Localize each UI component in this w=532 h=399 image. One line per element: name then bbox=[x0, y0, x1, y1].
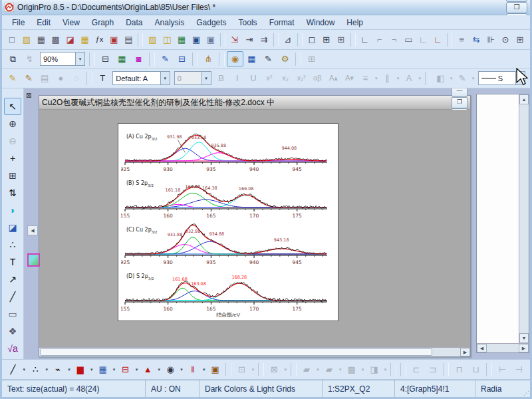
pointer-tool-icon[interactable]: ↖ bbox=[4, 98, 21, 115]
side-hscrollbar[interactable]: ◀ ▶ bbox=[477, 343, 529, 352]
line-tool-icon[interactable]: ╱ bbox=[4, 288, 21, 305]
scatter-plot-dropdown-icon[interactable]: ▾ bbox=[44, 367, 50, 372]
draw-data-icon[interactable]: ∴ bbox=[4, 236, 21, 253]
equation-tool-icon[interactable]: √a bbox=[4, 340, 21, 357]
fill-color-button-dropdown-icon[interactable]: ▾ bbox=[448, 76, 454, 81]
restore-button[interactable]: ❐ bbox=[506, 2, 527, 13]
data-reader-icon[interactable]: + bbox=[4, 150, 21, 167]
layer-lines-icon[interactable]: ≡ bbox=[454, 32, 469, 47]
recalculate-clock-icon[interactable]: ⊙ bbox=[498, 32, 513, 47]
rectangle-tool-icon[interactable]: ▭ bbox=[4, 305, 21, 323]
edit-notes-icon[interactable]: ✎ bbox=[260, 51, 277, 66]
menu-analysis[interactable]: Analysis bbox=[149, 17, 191, 29]
pan-tool-icon[interactable]: ❖ bbox=[4, 323, 21, 340]
docked-close-icon[interactable]: ⊠ bbox=[26, 92, 31, 99]
axes-box-icon[interactable]: ▭ bbox=[401, 32, 416, 47]
area-plot-icon[interactable]: ▲ bbox=[140, 362, 156, 377]
new-table-icon[interactable]: ▦ bbox=[78, 32, 92, 47]
scroll-left-icon[interactable]: ◀ bbox=[27, 225, 38, 235]
plot-3d-scatter-dropdown-icon[interactable]: ▾ bbox=[250, 367, 256, 372]
new-matrix-icon[interactable]: ▩ bbox=[49, 32, 63, 47]
rescale-bc-icon[interactable]: ⇆ bbox=[469, 32, 483, 47]
menu-format[interactable]: Format bbox=[263, 17, 301, 29]
line-color-button-dropdown-icon[interactable]: ▾ bbox=[470, 76, 476, 81]
matrix-plot-dropdown-icon[interactable]: ▾ bbox=[360, 367, 366, 372]
scroll-right-icon[interactable]: ▶ bbox=[460, 348, 470, 356]
box-plot-dropdown-icon[interactable]: ▾ bbox=[134, 367, 140, 372]
new-notes-icon[interactable]: ▤ bbox=[121, 32, 136, 47]
mask-tool-icon[interactable]: ◪ bbox=[4, 219, 21, 236]
plot-3d-surface-dropdown-icon[interactable]: ▾ bbox=[315, 367, 321, 372]
resize-grip[interactable]: ⋰ bbox=[519, 380, 530, 397]
edit-object-icon[interactable]: ✎ bbox=[21, 70, 37, 86]
polar-plot-icon[interactable]: ◉ bbox=[162, 362, 179, 377]
layout-four-panel-icon[interactable]: ⊞ bbox=[319, 32, 334, 47]
layout-nine-panel-icon[interactable]: ⊞ bbox=[334, 32, 348, 47]
menu-tools[interactable]: Tools bbox=[233, 17, 263, 29]
line-symbol-plot-dropdown-icon[interactable]: ▾ bbox=[66, 367, 72, 372]
scatter-plot-icon[interactable]: ∴ bbox=[27, 362, 44, 377]
scroll-down-icon[interactable]: ▼ bbox=[519, 333, 529, 343]
zoom-in-tool-icon[interactable]: ⊕ bbox=[4, 115, 21, 132]
stock-plot-dropdown-icon[interactable]: ▾ bbox=[201, 367, 207, 372]
import-ascii-icon[interactable]: ⇥ bbox=[242, 32, 257, 47]
arrow-tool-icon[interactable]: ↗ bbox=[4, 271, 21, 288]
new-layout-icon[interactable]: ▣ bbox=[106, 32, 121, 47]
stock-plot-icon[interactable]: ‖ bbox=[185, 362, 201, 377]
combo-arrow-icon[interactable]: ▾ bbox=[201, 72, 211, 84]
graph-page[interactable]: 925930935940945(A) Cu 2p3/2931.98933.589… bbox=[118, 123, 338, 321]
open-icon[interactable]: ▨ bbox=[19, 32, 34, 47]
menu-help[interactable]: Help bbox=[340, 17, 369, 29]
menu-edit[interactable]: Edit bbox=[31, 17, 57, 29]
column-plot-icon[interactable]: ▆ bbox=[72, 362, 88, 377]
open-folder-icon[interactable]: ▨ bbox=[145, 32, 160, 47]
new-workbook-icon[interactable]: ▦ bbox=[34, 32, 49, 47]
layout-single-panel-icon[interactable]: ◻ bbox=[305, 32, 319, 47]
project-explorer-icon[interactable]: ⋔ bbox=[200, 51, 217, 66]
hscroll-thumb[interactable] bbox=[40, 348, 432, 356]
data-selector-icon[interactable]: ⇅ bbox=[4, 184, 21, 201]
new-grid-icon[interactable]: ⊞ bbox=[513, 32, 527, 47]
axes-right-icon[interactable]: ¬ bbox=[387, 32, 402, 47]
doc-restore-button[interactable]: ❐ bbox=[452, 97, 467, 108]
side-vscrollbar[interactable]: ▲ ▼ bbox=[519, 94, 529, 343]
image-plot-dropdown-icon[interactable]: ▾ bbox=[382, 367, 388, 372]
combo-arrow-icon[interactable]: ▾ bbox=[75, 53, 84, 65]
graph-window-hscrollbar[interactable]: ▶ bbox=[39, 347, 470, 356]
graph-window[interactable]: Cu2O包覆碱式铜盐核壳型催化剂的研制及催化性能-修改2.docx 中 —❐✕ … bbox=[39, 95, 471, 357]
scroll-up-icon[interactable]: ▲ bbox=[519, 94, 529, 104]
template-plot-dropdown-icon[interactable]: ▾ bbox=[111, 367, 117, 372]
screen-reader-icon[interactable]: ⊞ bbox=[4, 167, 21, 184]
font-color-button-dropdown-icon[interactable]: ▾ bbox=[417, 76, 423, 81]
menu-view[interactable]: View bbox=[57, 17, 86, 29]
line-plot-dropdown-icon[interactable]: ▾ bbox=[21, 367, 27, 372]
font-combo[interactable]: Default: A▾ bbox=[112, 71, 170, 85]
size-combo[interactable]: 0▾ bbox=[174, 71, 211, 85]
save-template-icon[interactable]: ▣ bbox=[203, 32, 218, 47]
align-button-dropdown-icon[interactable]: ▾ bbox=[374, 76, 380, 81]
open-template-icon[interactable]: ◫ bbox=[160, 32, 174, 47]
new-function-icon[interactable]: ƒx bbox=[92, 32, 107, 47]
vertical-text-button-dropdown-icon[interactable]: ▾ bbox=[395, 76, 401, 81]
text-tool-icon[interactable]: T bbox=[4, 253, 21, 271]
new-project-icon[interactable]: □ bbox=[5, 32, 19, 47]
axes-inner-ticks-icon[interactable]: ∟ bbox=[416, 32, 430, 47]
import-wizard-icon[interactable]: ⇲ bbox=[227, 32, 242, 47]
slideshow-icon[interactable]: ▦ bbox=[114, 51, 130, 66]
minimized-window-icon[interactable] bbox=[27, 253, 40, 267]
import-multiple-ascii-icon[interactable]: ⇉ bbox=[257, 32, 271, 47]
background-window[interactable]: ▲ ▼ ◀ ▶ bbox=[476, 94, 529, 353]
selection-on-plot-icon[interactable]: ◗ bbox=[4, 201, 21, 219]
plot-3d-bars-dropdown-icon[interactable]: ▾ bbox=[337, 367, 343, 372]
polar-plot-dropdown-icon[interactable]: ▾ bbox=[179, 367, 185, 372]
rescale-axes-icon[interactable]: ⊿ bbox=[281, 32, 295, 47]
scroll-left-icon[interactable]: ◀ bbox=[477, 344, 487, 352]
box-plot-icon[interactable]: ⊟ bbox=[117, 362, 134, 377]
menu-file[interactable]: File bbox=[6, 17, 31, 29]
plot-3d-wireframe-dropdown-icon[interactable]: ▾ bbox=[283, 367, 289, 372]
menu-graph[interactable]: Graph bbox=[86, 17, 120, 29]
duplicate-batch-icon[interactable]: ⧉ bbox=[5, 51, 21, 66]
line-symbol-plot-icon[interactable]: ⌁ bbox=[50, 362, 66, 377]
axes-top-icon[interactable]: ⌐ bbox=[372, 32, 387, 47]
combo-arrow-icon[interactable]: ▾ bbox=[160, 72, 170, 84]
